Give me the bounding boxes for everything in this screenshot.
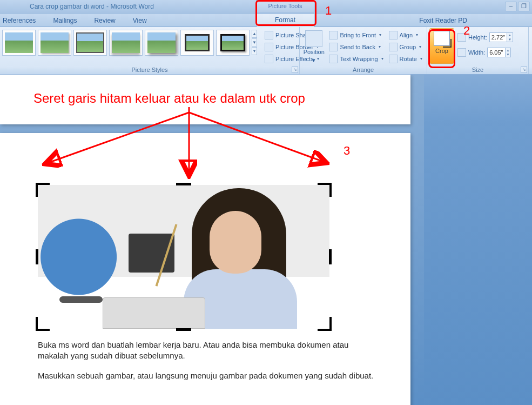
- group-label-size: Size: [427, 67, 528, 73]
- annotation-number-1: 1: [325, 4, 332, 18]
- gallery-up-icon[interactable]: ▲: [252, 30, 257, 38]
- height-value: 2.72": [490, 34, 507, 41]
- tab-format[interactable]: Format: [256, 14, 314, 27]
- ribbon-tabs: References Mailings Review View Foxit Re…: [0, 14, 532, 27]
- tab-mailings[interactable]: Mailings: [53, 17, 77, 24]
- group-button[interactable]: Group▾: [387, 41, 425, 52]
- chevron-down-icon: ▾: [379, 32, 381, 37]
- page-current: Buka ms word dan buatlah lembar kerja ba…: [0, 133, 410, 405]
- rotate-icon: [389, 55, 398, 63]
- group-launcher-picture-styles[interactable]: ↘: [292, 67, 298, 73]
- crop-handle-left[interactable]: [36, 249, 38, 264]
- position-button[interactable]: Position ▾: [302, 28, 326, 64]
- tab-view[interactable]: View: [133, 17, 147, 24]
- style-thumb-7[interactable]: [216, 30, 250, 56]
- picture-border-icon: [265, 43, 273, 51]
- tab-foxit[interactable]: Foxit Reader PD: [419, 17, 467, 24]
- spin-down-icon[interactable]: ▼: [505, 52, 511, 57]
- rotate-button[interactable]: Rotate▾: [387, 53, 425, 64]
- text-wrap-icon: [329, 55, 338, 63]
- bring-front-icon: [329, 31, 338, 39]
- align-button[interactable]: Align▾: [387, 29, 425, 41]
- annotation-number-3: 3: [344, 144, 350, 158]
- width-value: 6.05": [488, 49, 504, 56]
- crop-handle-tl[interactable]: [36, 183, 50, 197]
- selected-image[interactable]: [38, 185, 329, 329]
- chevron-down-icon: ▾: [381, 56, 383, 61]
- bring-to-front-button[interactable]: Bring to Front▾: [327, 29, 385, 41]
- send-back-label: Send to Back: [340, 44, 375, 50]
- style-thumb-4[interactable]: [109, 30, 143, 56]
- rotate-label: Rotate: [400, 56, 417, 62]
- annotation-instruction: Seret garis hitam keluar atau ke dalam u…: [33, 91, 305, 106]
- chevron-down-icon: ▾: [419, 44, 421, 49]
- position-icon: [305, 30, 322, 47]
- spin-down-icon[interactable]: ▼: [507, 37, 513, 42]
- send-back-icon: [329, 43, 338, 51]
- tab-references[interactable]: References: [3, 17, 36, 24]
- ribbon: ▲ ▼ ▾ Picture Shape ▾ Picture Border ▾ P…: [0, 27, 532, 75]
- tab-review[interactable]: Review: [94, 17, 115, 24]
- paragraph-2: Masukkan sebuah gambar, atau langsung me…: [38, 370, 378, 381]
- crop-handle-bottom[interactable]: [176, 328, 191, 331]
- style-thumb-2[interactable]: [38, 30, 71, 56]
- group-launcher-size[interactable]: ↘: [521, 67, 527, 73]
- crop-button[interactable]: Crop: [429, 28, 454, 64]
- group-icon: [389, 43, 398, 51]
- gallery-scroll[interactable]: ▲ ▼ ▾: [252, 30, 257, 64]
- crop-icon: [434, 31, 450, 46]
- text-wrap-label: Text Wrapping: [340, 56, 378, 62]
- crop-handle-right[interactable]: [329, 249, 332, 264]
- group-size: Crop Height: 2.72" ▲▼ Width: 6.05" ▲▼ Si…: [427, 27, 529, 74]
- group-label-arrange: Arrange: [300, 67, 427, 73]
- chevron-down-icon: ▾: [420, 56, 422, 61]
- style-thumb-6[interactable]: [180, 30, 214, 56]
- window-title: Cara crop gambar di word - Microsoft Wor…: [30, 3, 154, 10]
- restore-button[interactable]: ❐: [518, 2, 530, 11]
- picture-effects-icon: [265, 55, 273, 63]
- gallery-more-icon[interactable]: ▾: [252, 47, 257, 55]
- style-thumb-1[interactable]: [2, 30, 36, 56]
- title-bar: Cara crop gambar di word - Microsoft Wor…: [0, 0, 532, 14]
- width-icon: [457, 48, 466, 57]
- height-label: Height:: [468, 34, 487, 41]
- height-input[interactable]: 2.72" ▲▼: [489, 32, 513, 42]
- group-obj-label: Group: [400, 44, 416, 50]
- position-label: Position: [304, 49, 325, 55]
- paragraph-1: Buka ms word dan buatlah lembar kerja ba…: [38, 340, 378, 362]
- annotation-number-2: 2: [463, 24, 470, 38]
- align-icon: [389, 31, 398, 39]
- crop-handle-bl[interactable]: [36, 317, 50, 331]
- minimize-button[interactable]: –: [505, 2, 517, 11]
- picture-shape-icon: [265, 31, 273, 39]
- document-text: Buka ms word dan buatlah lembar kerja ba…: [38, 340, 378, 381]
- spin-up-icon[interactable]: ▲: [505, 48, 511, 52]
- spin-up-icon[interactable]: ▲: [507, 33, 513, 37]
- group-label-picture-styles: Picture Styles: [0, 67, 299, 73]
- crop-handle-tr[interactable]: [318, 183, 332, 197]
- crop-label: Crop: [435, 48, 448, 54]
- context-tab-picture-tools[interactable]: Picture Tools: [256, 0, 314, 12]
- chevron-down-icon: ▾: [416, 32, 418, 37]
- width-input[interactable]: 6.05" ▲▼: [487, 48, 511, 57]
- group-arrange: Position ▾ Bring to Front▾ Send to Back▾…: [300, 27, 427, 74]
- picture-style-gallery[interactable]: [2, 30, 250, 64]
- bring-front-label: Bring to Front: [340, 32, 376, 38]
- width-row: Width: 6.05" ▲▼: [457, 47, 513, 58]
- text-wrapping-button[interactable]: Text Wrapping▾: [327, 53, 385, 64]
- width-label: Width:: [468, 49, 485, 56]
- window-buttons: – ❐: [505, 2, 530, 11]
- document-area[interactable]: Buka ms word dan buatlah lembar kerja ba…: [0, 75, 424, 405]
- photo-content: [38, 185, 329, 329]
- gallery-down-icon[interactable]: ▼: [252, 38, 257, 47]
- style-thumb-3[interactable]: [73, 30, 107, 56]
- style-thumb-5[interactable]: [145, 30, 178, 56]
- crop-handle-br[interactable]: [318, 317, 332, 331]
- group-picture-styles: ▲ ▼ ▾ Picture Shape ▾ Picture Border ▾ P…: [0, 27, 300, 74]
- chevron-down-icon: ▾: [312, 57, 315, 64]
- send-to-back-button[interactable]: Send to Back▾: [327, 41, 385, 52]
- crop-handle-top[interactable]: [176, 183, 191, 185]
- align-label: Align: [400, 32, 413, 38]
- chevron-down-icon: ▾: [379, 44, 381, 49]
